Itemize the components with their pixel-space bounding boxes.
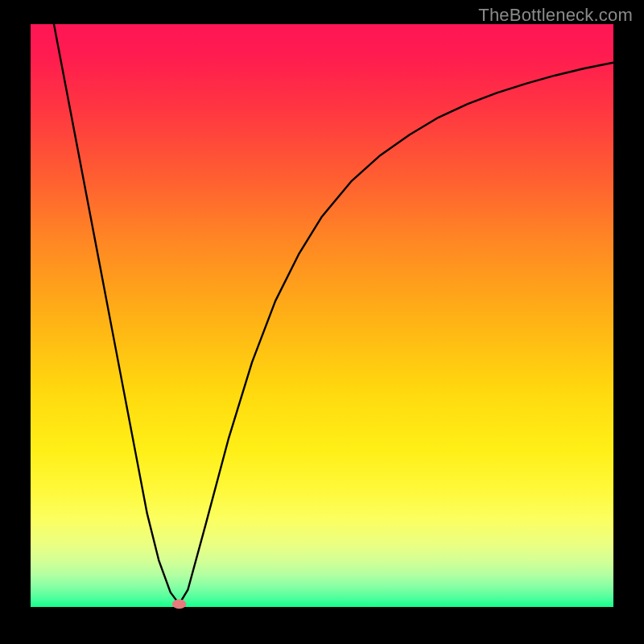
chart-container: TheBottleneck.com [0,0,644,644]
bottleneck-chart [0,0,644,644]
minimum-marker [172,599,187,609]
watermark-text: TheBottleneck.com [478,5,633,26]
plot-background [31,24,613,607]
